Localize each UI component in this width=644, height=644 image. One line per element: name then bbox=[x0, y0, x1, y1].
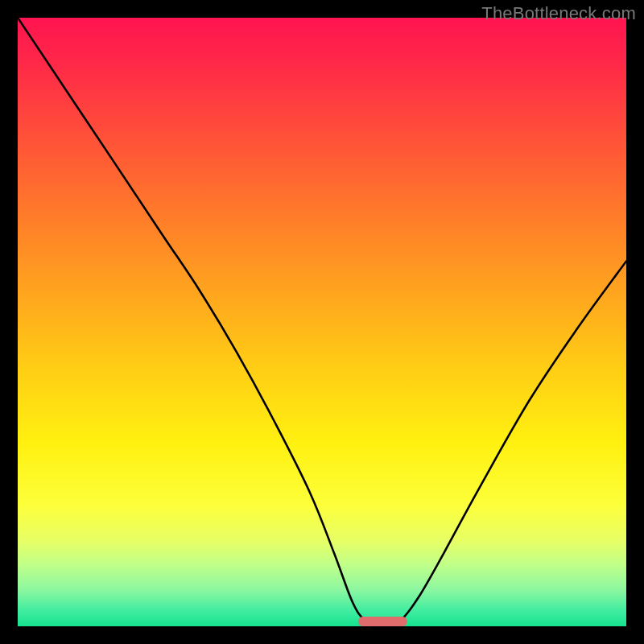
sweet-spot-marker bbox=[358, 617, 407, 626]
watermark-label: TheBottleneck.com bbox=[481, 3, 636, 24]
chart-frame: TheBottleneck.com bbox=[0, 0, 644, 644]
bottleneck-curve bbox=[18, 18, 626, 626]
plot-area bbox=[18, 18, 626, 626]
